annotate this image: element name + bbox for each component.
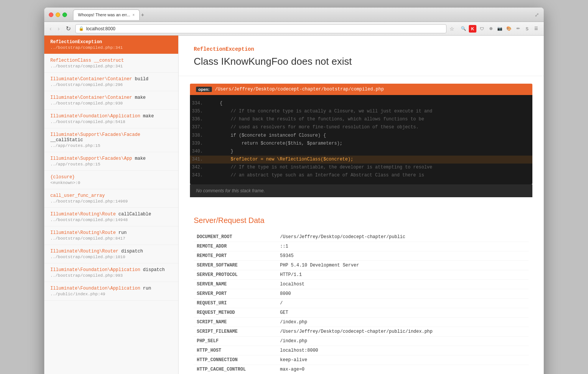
- stack-item[interactable]: Illuminate\Routing\Route run../bootstrap…: [44, 226, 178, 245]
- table-row: SERVER_NAMElocalhost: [194, 279, 529, 289]
- stack-trace-panel: ReflectionException../bootstrap/compiled…: [44, 36, 179, 374]
- table-row: HTTP_CONNECTIONkeep-alive: [194, 355, 529, 365]
- server-key: SCRIPT_NAME: [194, 317, 277, 327]
- forward-button[interactable]: ›: [56, 25, 61, 33]
- stack-item[interactable]: {closure}<#unknown>:0: [44, 171, 178, 189]
- content-area: ReflectionException../bootstrap/compiled…: [44, 36, 544, 374]
- server-value: localhost: [277, 279, 529, 289]
- error-type: ReflectionException: [194, 46, 529, 52]
- open-label[interactable]: open:: [196, 87, 212, 92]
- shield-icon[interactable]: 🛡: [478, 25, 485, 33]
- server-value: /Users/Jeffrey/Desktop/codecept-chapter/…: [277, 232, 529, 242]
- stack-item[interactable]: ReflectionException../bootstrap/compiled…: [44, 36, 178, 54]
- minimize-button[interactable]: [56, 12, 60, 17]
- main-panel: ReflectionException Class IKnowKungFoo d…: [179, 36, 544, 374]
- server-key: SCRIPT_FILENAME: [194, 327, 277, 336]
- tab-close-button[interactable]: ×: [132, 13, 135, 17]
- server-key: HTTP_CACHE_CONTROL: [194, 365, 277, 374]
- table-row: REMOTE_PORT59345: [194, 251, 529, 260]
- stack-item[interactable]: Illuminate\Routing\Route callCallable../…: [44, 208, 178, 226]
- server-key: SERVER_PORT: [194, 289, 277, 298]
- stack-item[interactable]: Illuminate\Foundation\Application run../…: [44, 282, 178, 301]
- table-row: HTTP_CACHE_CONTROLmax-age=0: [194, 365, 529, 374]
- server-value: max-age=0: [277, 365, 529, 374]
- no-comments: No comments for this stack frame.: [190, 184, 532, 197]
- camera-icon[interactable]: 📷: [496, 25, 504, 33]
- maximize-button[interactable]: [62, 12, 67, 17]
- server-key: REMOTE_PORT: [194, 251, 277, 260]
- server-value: ::1: [277, 242, 529, 251]
- url-text: localhost:8000: [86, 26, 443, 31]
- table-row: SCRIPT_FILENAME/Users/Jeffrey/Desktop/co…: [194, 327, 529, 336]
- code-line: 334. {: [190, 100, 532, 108]
- edit-icon[interactable]: ✏: [514, 25, 522, 33]
- bookmark-icon[interactable]: ☆: [450, 26, 454, 32]
- server-key: SERVER_NAME: [194, 279, 277, 289]
- browser-toolbar: 🔍 K 🛡 ⊕ 📷 🎨 ✏ S ☰: [460, 25, 540, 33]
- server-key: REMOTE_ADDR: [194, 242, 277, 251]
- code-line: 336. // hand back the results of the fun…: [190, 115, 532, 123]
- s-extension-icon[interactable]: S: [523, 25, 531, 33]
- stack-item[interactable]: Illuminate\Foundation\Application dispat…: [44, 263, 178, 282]
- server-key: SERVER_PROTOCOL: [194, 270, 277, 279]
- server-data-table: DOCUMENT_ROOT/Users/Jeffrey/Desktop/code…: [194, 232, 529, 374]
- stack-item[interactable]: Illuminate\Foundation\Application make..…: [44, 110, 178, 128]
- code-line: 343. // an abstract type such as an Inte…: [190, 171, 532, 179]
- table-row: REQUEST_URI/: [194, 298, 529, 308]
- server-value: /Users/Jeffrey/Desktop/codecept-chapter/…: [277, 327, 529, 336]
- translate-icon[interactable]: ⊕: [487, 25, 495, 33]
- server-key: HTTP_CONNECTION: [194, 355, 277, 365]
- table-row: REMOTE_ADDR::1: [194, 242, 529, 251]
- traffic-lights: [49, 12, 67, 17]
- server-key: REQUEST_URI: [194, 298, 277, 308]
- title-bar: Whoops! There was an err... × + ⤢: [44, 8, 544, 22]
- stack-item[interactable]: Illuminate\Support\Facades\App make../ap…: [44, 152, 178, 171]
- code-panel: open: /Users/Jeffrey/Desktop/codecept-ch…: [190, 84, 532, 197]
- browser-window: Whoops! There was an err... × + ⤢ ‹ › ↻ …: [44, 8, 544, 374]
- stack-item[interactable]: Illuminate\Support\Facades\Facade __call…: [44, 128, 178, 152]
- k-extension-icon[interactable]: K: [469, 25, 476, 33]
- code-file-bar: open: /Users/Jeffrey/Desktop/codecept-ch…: [190, 84, 532, 95]
- menu-icon[interactable]: ☰: [532, 25, 540, 33]
- server-value: /index.php: [277, 336, 529, 346]
- browser-tab[interactable]: Whoops! There was an err... ×: [73, 9, 140, 20]
- server-key: REQUEST_METHOD: [194, 308, 277, 317]
- code-line: 339. return $concrete($this, $parameters…: [190, 140, 532, 148]
- server-key: HTTP_HOST: [194, 346, 277, 355]
- address-bar[interactable]: 🔒 localhost:8000: [75, 24, 446, 33]
- stack-item[interactable]: call_user_func_array../bootstrap/compile…: [44, 189, 178, 208]
- code-line: 342. // If the type is not instantiable,…: [190, 164, 532, 171]
- stack-item[interactable]: Illuminate\Routing\Router dispatch../boo…: [44, 245, 178, 263]
- server-value: GET: [277, 308, 529, 317]
- server-key: DOCUMENT_ROOT: [194, 232, 277, 242]
- code-block: 334. {335. // If the concrete type is ac…: [190, 95, 532, 184]
- server-value: 8000: [277, 289, 529, 298]
- close-button[interactable]: [49, 12, 53, 17]
- stack-item[interactable]: ReflectionClass __construct../bootstrap/…: [44, 54, 178, 73]
- tab-bar: Whoops! There was an err... × +: [73, 9, 532, 20]
- refresh-button[interactable]: ↻: [64, 25, 72, 33]
- stack-item[interactable]: Illuminate\Container\Container build../b…: [44, 73, 178, 91]
- server-value: HTTP/1.1: [277, 270, 529, 279]
- color-icon[interactable]: 🎨: [505, 25, 513, 33]
- table-row: SCRIPT_NAME/index.php: [194, 317, 529, 327]
- server-value: /index.php: [277, 317, 529, 327]
- server-value: PHP 5.4.10 Development Server: [277, 260, 529, 270]
- table-row: REQUEST_METHODGET: [194, 308, 529, 317]
- file-path: /Users/Jeffrey/Desktop/codecept-chapter/…: [215, 87, 384, 92]
- stack-item[interactable]: Illuminate\Container\Container make../bo…: [44, 91, 178, 110]
- search-extension-icon[interactable]: 🔍: [460, 25, 467, 33]
- table-row: PHP_SELF/index.php: [194, 336, 529, 346]
- code-line: 340. }: [190, 148, 532, 156]
- server-value: keep-alive: [277, 355, 529, 365]
- table-row: SERVER_PORT8000: [194, 289, 529, 298]
- server-value: /: [277, 298, 529, 308]
- back-button[interactable]: ‹: [48, 25, 53, 33]
- server-key: SERVER_SOFTWARE: [194, 260, 277, 270]
- page-icon: 🔒: [79, 26, 84, 31]
- code-line: 335. // If the concrete type is actually…: [190, 108, 532, 115]
- tab-title: Whoops! There was an err...: [78, 12, 130, 17]
- new-tab-button[interactable]: +: [141, 12, 144, 18]
- table-row: SERVER_SOFTWAREPHP 5.4.10 Development Se…: [194, 260, 529, 270]
- server-value: localhost:8000: [277, 346, 529, 355]
